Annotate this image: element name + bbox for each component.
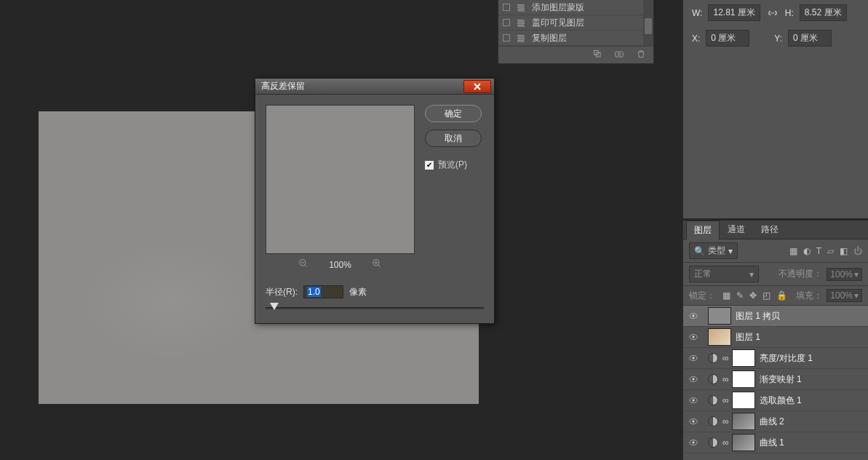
width-field[interactable]: 12.81 厘米 xyxy=(708,4,760,21)
layer-row[interactable]: 图层 1 xyxy=(683,327,868,348)
dialog-title: 高反差保留 xyxy=(261,80,463,92)
link-wh-icon[interactable] xyxy=(766,8,779,18)
layer-row[interactable]: ∞渐变映射 1 xyxy=(683,369,868,390)
svg-point-17 xyxy=(693,421,695,423)
visibility-toggle[interactable] xyxy=(683,416,704,427)
layer-row[interactable]: ∞亮度/对比度 1 xyxy=(683,348,868,369)
new-snapshot-icon[interactable] xyxy=(592,49,602,61)
cancel-button[interactable]: 取消 xyxy=(425,130,482,147)
filter-shape-icon[interactable]: ▱ xyxy=(827,246,834,256)
filter-adjust-icon[interactable]: ◐ xyxy=(803,246,811,256)
height-field[interactable]: 8.52 厘米 xyxy=(800,4,847,21)
layer-name[interactable]: 曲线 2 xyxy=(760,416,864,428)
blend-mode-label: 正常 xyxy=(694,268,712,280)
history-scrollbar[interactable] xyxy=(643,0,653,46)
layer-name[interactable]: 选取颜色 1 xyxy=(760,394,864,407)
ok-button[interactable]: 确定 xyxy=(425,105,482,122)
zoom-in-icon[interactable] xyxy=(372,258,382,271)
lock-all-icon[interactable]: 🔒 xyxy=(776,290,787,301)
lock-position-icon[interactable]: ✥ xyxy=(749,290,757,301)
blend-mode-select[interactable]: 正常 ▾ xyxy=(689,266,759,282)
layer-filter-type[interactable]: 🔍 类型 ▾ xyxy=(689,242,738,259)
svg-point-7 xyxy=(693,315,695,317)
opacity-field[interactable]: 100%▾ xyxy=(827,268,862,281)
y-field[interactable]: 0 厘米 xyxy=(788,30,832,47)
link-icon[interactable]: ∞ xyxy=(722,353,729,363)
tab-channels[interactable]: 通道 xyxy=(720,220,753,239)
opacity-label: 不透明度： xyxy=(779,268,822,280)
x-field[interactable]: 0 厘米 xyxy=(706,30,749,47)
history-item[interactable]: 添加图层蒙版 xyxy=(498,0,653,15)
height-label: H: xyxy=(785,8,794,18)
layers-icon xyxy=(516,33,526,43)
layer-row[interactable]: ∞曲线 1 xyxy=(683,432,868,453)
layer-name[interactable]: 图层 1 xyxy=(736,331,864,344)
layer-name[interactable]: 曲线 1 xyxy=(760,437,864,449)
svg-point-3 xyxy=(618,53,621,56)
mask-thumbnail[interactable] xyxy=(732,370,755,388)
layer-name[interactable]: 亮度/对比度 1 xyxy=(760,352,864,365)
camera-icon[interactable] xyxy=(614,49,624,61)
layer-row[interactable]: ∞选取颜色 1 xyxy=(683,390,868,411)
layer-thumbnail[interactable] xyxy=(708,328,731,346)
layer-row[interactable]: 图层 1 拷贝 xyxy=(683,306,868,327)
history-check[interactable] xyxy=(503,34,510,41)
link-icon[interactable]: ∞ xyxy=(722,374,729,384)
filter-toggle-icon[interactable]: ⏻ xyxy=(853,246,862,256)
visibility-toggle[interactable] xyxy=(683,332,704,342)
layer-name[interactable]: 图层 1 拷贝 xyxy=(736,310,864,322)
radius-input[interactable]: 1.0 xyxy=(303,285,343,298)
visibility-toggle[interactable] xyxy=(683,374,704,384)
svg-point-15 xyxy=(693,400,695,402)
filter-type-icon[interactable]: T xyxy=(816,246,821,256)
mask-thumbnail[interactable] xyxy=(732,349,755,367)
y-label: Y: xyxy=(774,33,782,44)
lock-brush-icon[interactable]: ✎ xyxy=(736,290,744,301)
svg-point-9 xyxy=(693,336,695,338)
fill-field[interactable]: 100%▾ xyxy=(827,289,862,302)
fill-label: 填充： xyxy=(796,290,822,302)
filter-smart-icon[interactable]: ◧ xyxy=(840,246,848,256)
layers-icon xyxy=(516,2,526,12)
history-item[interactable]: 复制图层 xyxy=(498,31,653,46)
lock-artboard-icon[interactable]: ◰ xyxy=(763,290,771,301)
history-panel: 添加图层蒙版 盖印可见图层 复制图层 xyxy=(498,0,654,64)
visibility-toggle[interactable] xyxy=(683,311,704,321)
trash-icon[interactable] xyxy=(636,49,646,61)
mask-thumbnail[interactable] xyxy=(732,392,755,409)
link-icon[interactable]: ∞ xyxy=(722,395,729,405)
adjustment-icon xyxy=(708,437,718,448)
layer-thumbnail[interactable] xyxy=(708,307,731,325)
tab-paths[interactable]: 路径 xyxy=(753,220,787,239)
link-icon[interactable]: ∞ xyxy=(722,416,729,427)
layer-row[interactable]: ∞曲线 2 xyxy=(683,411,868,432)
preview-checkbox[interactable]: ✔ xyxy=(425,161,434,170)
adjustment-icon xyxy=(708,416,718,427)
adjustment-icon xyxy=(708,374,718,384)
mask-thumbnail[interactable] xyxy=(732,413,755,430)
visibility-toggle[interactable] xyxy=(683,437,704,448)
history-check[interactable] xyxy=(503,4,510,11)
radius-slider[interactable] xyxy=(266,301,484,314)
history-check[interactable] xyxy=(503,19,510,26)
dialog-titlebar[interactable]: 高反差保留 xyxy=(255,79,494,95)
x-label: X: xyxy=(692,33,700,44)
lock-pixels-icon[interactable]: ▦ xyxy=(722,290,730,301)
filter-pixel-icon[interactable]: ▦ xyxy=(789,246,797,256)
visibility-toggle[interactable] xyxy=(683,353,704,363)
filter-preview[interactable] xyxy=(266,105,415,254)
svg-point-11 xyxy=(693,357,695,360)
history-item[interactable]: 盖印可见图层 xyxy=(498,15,653,31)
link-icon[interactable]: ∞ xyxy=(722,437,729,448)
svg-point-13 xyxy=(693,378,695,381)
zoom-out-icon[interactable] xyxy=(298,258,308,271)
close-icon[interactable] xyxy=(463,80,491,93)
chevron-down-icon: ▾ xyxy=(728,246,733,256)
layer-name[interactable]: 渐变映射 1 xyxy=(760,373,864,386)
visibility-toggle[interactable] xyxy=(683,395,704,405)
svg-point-19 xyxy=(693,442,695,444)
zoom-level: 100% xyxy=(329,260,351,270)
mask-thumbnail[interactable] xyxy=(732,434,755,451)
tab-layers[interactable]: 图层 xyxy=(686,221,720,239)
lock-label: 锁定： xyxy=(689,290,715,302)
